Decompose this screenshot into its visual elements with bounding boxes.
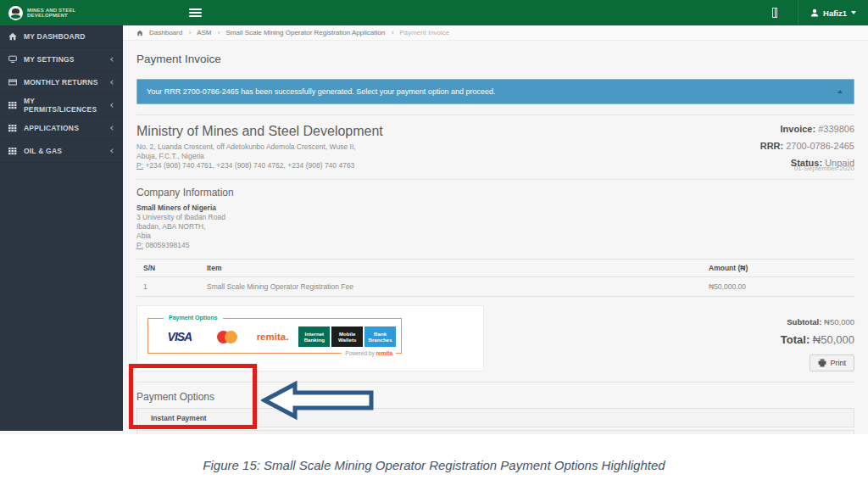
brand-line2: DEVELOPMENT	[27, 13, 68, 18]
breadcrumb-separator-icon	[188, 31, 192, 34]
table-header-row: S/N Item Amount (₦)	[136, 260, 854, 277]
powered-by-remita: Powered by remita	[342, 350, 396, 356]
payment-summary-row: Payment Options VISA remita. Internet	[136, 305, 854, 371]
chevron-left-icon	[110, 80, 115, 85]
bank-payment-option[interactable]: Bank Payment	[136, 430, 854, 434]
chevron-left-icon	[110, 126, 115, 131]
payment-options-accordion: Instant Payment Bank Payment	[136, 408, 854, 434]
grid-icon	[8, 101, 17, 109]
breadcrumb-dashboard[interactable]: Dashboard	[149, 29, 182, 36]
figure-caption: Figure 15: Small Scale Mining Operator R…	[0, 458, 868, 472]
block-label: Wallets	[331, 337, 363, 343]
user-name: Hafiz1	[823, 8, 847, 18]
breadcrumb-separator-icon	[391, 31, 394, 34]
ministry-address-line1: No. 2, Luanda Crescent, off Adetokunbo A…	[136, 142, 356, 151]
chevron-left-icon	[110, 148, 115, 153]
home-icon	[136, 30, 143, 36]
sidebar-item-my-permits-licences[interactable]: MY PERMITS/LICENCES	[0, 94, 123, 117]
company-address-line1: 3 University of Ibadan Road	[136, 213, 225, 221]
divider	[136, 114, 854, 115]
company-address-line3: Abia	[136, 232, 151, 240]
bank-branches-block: Bank Branches	[364, 327, 396, 347]
rrr-line: RRR: 2700-0786-2465	[760, 141, 854, 151]
company-name: Small Miners of Nigeria	[136, 204, 216, 212]
powered-by-text: Powered by	[345, 350, 376, 356]
block-label: Branches	[364, 337, 396, 343]
mobile-wallets-block: Mobile Wallets	[331, 327, 363, 347]
table-row: 1 Small Scale Mining Operator Registrati…	[136, 277, 854, 297]
invoice-label: Invoice:	[781, 124, 816, 134]
app-screenshot: MINES AND STEEL DEVELOPMENT Hafiz1	[0, 0, 868, 434]
rrr-success-alert: Your RRR 2700-0786-2465 has been success…	[136, 79, 854, 104]
cell-item: Small Scale Mining Operator Registration…	[200, 277, 702, 297]
company-phone: 08059398145	[145, 241, 189, 249]
credit-card-icon	[8, 78, 17, 87]
sidebar-item-label: MONTHLY RETURNS	[24, 78, 98, 87]
remita-logo: remita.	[248, 327, 298, 347]
instant-payment-option[interactable]: Instant Payment	[136, 408, 854, 427]
header-right: Hafiz1	[772, 0, 868, 25]
subtotal-label: Subtotal:	[787, 317, 821, 327]
divider	[136, 382, 854, 382]
flag-icon[interactable]	[772, 8, 777, 18]
home-icon	[8, 32, 17, 41]
invoice-date: 01-September-2020	[760, 165, 854, 172]
alert-collapse-icon[interactable]	[837, 90, 843, 93]
visa-logo: VISA	[153, 327, 206, 347]
caret-down-icon	[851, 11, 856, 14]
user-icon	[810, 8, 819, 17]
cell-sn: 1	[136, 277, 200, 297]
block-label: Banking	[298, 337, 330, 343]
ministry-phone-label: P:	[136, 161, 143, 170]
figure-page: MINES AND STEEL DEVELOPMENT Hafiz1	[0, 0, 868, 480]
cell-amount: ₦50,000.00	[702, 277, 854, 297]
company-phone-label: P:	[136, 241, 143, 249]
total-line: Total: ₦50,000	[781, 333, 854, 346]
sidebar-item-applications[interactable]: APPLICATIONS	[0, 117, 123, 140]
divider	[136, 179, 854, 180]
breadcrumb: Dashboard ASM Small Scale Mining Operato…	[123, 25, 868, 41]
content-area: Payment Invoice Your RRR 2700-0786-2465 …	[123, 53, 868, 434]
payment-options-fieldset: Payment Options VISA remita. Internet	[147, 318, 402, 354]
invoice-number: #339806	[818, 124, 854, 134]
sidebar-item-monthly-returns[interactable]: MONTHLY RETURNS	[0, 71, 123, 94]
subtotal-line: Subtotal: ₦50,000	[781, 317, 854, 327]
company-info-heading: Company Information	[136, 187, 854, 198]
mastercard-logo	[208, 327, 247, 347]
sidebar: MY DASHBOARD MY SETTINGS MONTHLY RETURNS	[0, 25, 123, 431]
company-address-line2: Ibadan, ABA NORTH,	[136, 222, 206, 231]
print-button-label: Print	[830, 359, 846, 367]
brand-logo-area[interactable]: MINES AND STEEL DEVELOPMENT	[0, 0, 123, 25]
sidebar-item-label: MY PERMITS/LICENCES	[24, 97, 104, 114]
rrr-label: RRR:	[760, 141, 784, 151]
ministry-address-line2: Abuja, F.C.T., Nigeria	[136, 152, 204, 160]
monitor-icon	[8, 55, 17, 64]
hamburger-menu-icon[interactable]	[189, 7, 202, 19]
breadcrumb-application[interactable]: Small Scale Mining Operator Registration…	[225, 29, 385, 36]
print-button[interactable]: Print	[810, 354, 854, 371]
ministry-phone: +234 (908) 740 4761, +234 (908) 740 4762…	[145, 161, 354, 170]
sidebar-item-label: MY SETTINGS	[24, 55, 75, 64]
total-label: Total:	[781, 333, 810, 346]
breadcrumb-payment-invoice: Payment Invoice	[399, 29, 449, 36]
ministry-address: No. 2, Luanda Crescent, off Adetokunbo A…	[136, 142, 383, 170]
rrr-value: 2700-0786-2465	[786, 141, 854, 151]
sidebar-item-my-dashboard[interactable]: MY DASHBOARD	[0, 25, 123, 48]
brand-line1: MINES AND STEEL	[27, 8, 75, 13]
sidebar-item-oil-and-gas[interactable]: OIL & GAS	[0, 140, 123, 163]
sidebar-item-label: MY DASHBOARD	[24, 32, 86, 41]
sidebar-item-my-settings[interactable]: MY SETTINGS	[0, 48, 123, 71]
subtotal-value: ₦50,000	[824, 317, 854, 327]
mastercard-orange-circle	[225, 331, 237, 343]
grid-icon	[8, 124, 17, 132]
powered-by-brand: remita	[376, 350, 392, 356]
block-label: Mobile	[331, 331, 363, 337]
breadcrumb-asm[interactable]: ASM	[197, 29, 211, 36]
user-menu[interactable]: Hafiz1	[798, 0, 868, 25]
column-header-amount: Amount (₦)	[702, 260, 854, 277]
payment-logos: VISA remita. Internet Banking	[153, 327, 396, 347]
breadcrumb-separator-icon	[217, 31, 220, 34]
column-header-item: Item	[200, 260, 702, 277]
invoice-meta: Invoice: #339806 RRR: 2700-0786-2465 Sta…	[760, 124, 854, 172]
alert-text: Your RRR 2700-0786-2465 has been success…	[147, 87, 495, 96]
